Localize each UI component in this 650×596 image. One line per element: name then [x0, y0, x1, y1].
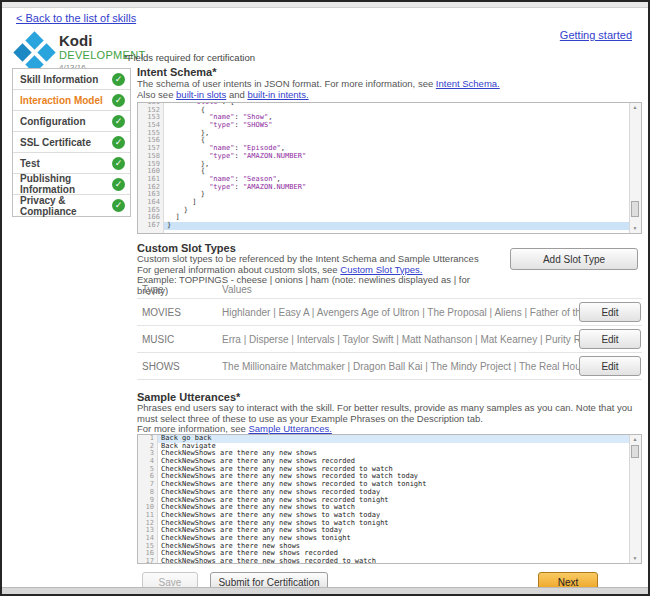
- code-line-166: ]: [167, 214, 629, 222]
- scroll-down-icon[interactable]: ▼: [630, 554, 640, 563]
- utterance-line-1: Back go back: [158, 435, 629, 443]
- check-icon: ✓: [112, 115, 125, 128]
- sidebar-item-label: Test: [20, 158, 112, 169]
- code-line-165: }: [167, 207, 629, 215]
- utterance-gutter: 1234567891011121314151617: [138, 435, 158, 563]
- built-in-intents-link[interactable]: built-in intents.: [247, 89, 308, 100]
- code-line-159: },: [167, 161, 629, 169]
- intent-schema-also-text: Also see: [137, 89, 176, 100]
- slot-type-row: SHOWSThe Millionaire Matchmaker | Dragon…: [137, 352, 642, 379]
- slot-type-values: The Millionaire Matchmaker | Dragon Ball…: [222, 361, 579, 372]
- slot-type-row: MOVIESHighlander | Easy A | Avengers Age…: [137, 298, 642, 325]
- intent-code-area[interactable]: "slots": [ { "name": "Show", "type": "SH…: [164, 103, 629, 233]
- scroll-up-icon[interactable]: ▲: [630, 103, 640, 112]
- slot-type-name: MUSIC: [137, 334, 222, 345]
- column-header-type: Type: [137, 284, 222, 298]
- cst-desc-line2: For general information about custom slo…: [137, 264, 340, 275]
- sidebar-item-label: Interaction Model: [20, 95, 112, 106]
- intent-schema-editor[interactable]: 1511521531541551561571581591601611621631…: [137, 102, 642, 234]
- intent-editor-scrollbar[interactable]: ▲ ▼: [629, 103, 641, 233]
- su-desc-line1: Phrases end users say to interact with t…: [137, 402, 632, 424]
- slot-type-name: MOVIES: [137, 307, 222, 318]
- sidebar-item-label: Configuration: [20, 116, 112, 127]
- cst-desc-line1: Custom slot types to be referenced by th…: [137, 253, 479, 264]
- edit-slot-button[interactable]: Edit: [579, 302, 641, 322]
- check-icon: ✓: [112, 199, 125, 212]
- code-line-162: "type": "AMAZON.NUMBER": [167, 184, 629, 192]
- built-in-slots-link[interactable]: built-in slots: [176, 89, 226, 100]
- slot-types-table: Type Values MOVIESHighlander | Easy A | …: [137, 284, 642, 380]
- skill-name: Kodi: [59, 32, 92, 49]
- sidebar-item-privacy-compliance[interactable]: Privacy & Compliance✓: [13, 195, 130, 216]
- check-icon: ✓: [112, 73, 125, 86]
- scroll-up-icon[interactable]: ▲: [630, 435, 640, 444]
- code-line-164: ]: [167, 199, 629, 207]
- bottom-strip: [2, 587, 648, 594]
- slot-type-values: Highlander | Easy A | Avengers Age of Ul…: [222, 307, 579, 318]
- column-header-values: Values: [222, 284, 579, 298]
- slot-table-body: MOVIESHighlander | Easy A | Avengers Age…: [137, 298, 642, 379]
- edit-slot-button[interactable]: Edit: [579, 329, 641, 349]
- su-desc-line2: For more information, see: [137, 423, 248, 434]
- sidebar-item-ssl-certificate[interactable]: SSL Certificate✓: [13, 132, 130, 153]
- sidebar: Skill Information✓Interaction Model✓Conf…: [12, 68, 131, 217]
- required-fields-note: *Fields required for certification: [124, 52, 255, 63]
- check-icon: ✓: [112, 157, 125, 170]
- intent-schema-and-text: and: [226, 89, 247, 100]
- sidebar-item-label: SSL Certificate: [20, 137, 112, 148]
- sample-utterances-doc-link[interactable]: Sample Utterances.: [248, 423, 331, 434]
- code-line-167: }: [164, 222, 629, 230]
- check-icon: ✓: [112, 94, 125, 107]
- slot-type-values: Erra | Disperse | Intervals | Taylor Swi…: [222, 334, 579, 345]
- intent-code-gutter-inner: 1511521531541551561571581591601611621631…: [140, 103, 160, 230]
- intent-code-inner: "slots": [ { "name": "Show", "type": "SH…: [167, 103, 629, 230]
- getting-started-link[interactable]: Getting started: [560, 29, 632, 41]
- intent-schema-description: The schema of user intents in JSON forma…: [137, 79, 642, 100]
- code-line-158: "type": "AMAZON.NUMBER": [167, 153, 629, 161]
- code-line-163: }: [167, 191, 629, 199]
- slot-type-row: MUSICErra | Disperse | Intervals | Taylo…: [137, 325, 642, 352]
- code-line-155: },: [167, 130, 629, 138]
- check-icon: ✓: [112, 136, 125, 149]
- edit-slot-button[interactable]: Edit: [579, 356, 641, 376]
- top-strip: [2, 2, 648, 8]
- check-icon: ✓: [112, 178, 125, 191]
- app-window: < Back to the list of skills Getting sta…: [0, 0, 650, 596]
- add-slot-type-button[interactable]: Add Slot Type: [510, 248, 638, 270]
- back-to-skills-link[interactable]: < Back to the list of skills: [16, 12, 136, 24]
- utterance-editor-scrollbar[interactable]: ▲ ▼: [629, 435, 641, 563]
- kodi-logo-icon: [15, 33, 55, 73]
- custom-slot-types-doc-link[interactable]: Custom Slot Types.: [340, 264, 422, 275]
- intent-schema-desc-text: The schema of user intents in JSON forma…: [137, 78, 436, 89]
- utterance-gutter-inner: 1234567891011121314151617: [140, 435, 154, 563]
- sidebar-item-configuration[interactable]: Configuration✓: [13, 111, 130, 132]
- scroll-down-icon[interactable]: ▼: [630, 224, 640, 233]
- sidebar-item-skill-information[interactable]: Skill Information✓: [13, 69, 130, 90]
- intent-schema-title: Intent Schema*: [137, 66, 216, 78]
- sidebar-item-publishing-information[interactable]: Publishing Information✓: [13, 174, 130, 195]
- code-line-154: "type": "SHOWS": [167, 122, 629, 130]
- sidebar-item-label: Skill Information: [20, 74, 112, 85]
- sidebar-item-label: Publishing Information: [20, 173, 112, 195]
- scrollbar-thumb[interactable]: [631, 201, 639, 217]
- sample-utterances-editor[interactable]: 1234567891011121314151617 Back go backBa…: [137, 434, 642, 564]
- intent-schema-doc-link[interactable]: Intent Schema.: [436, 78, 500, 89]
- intent-code-gutter: 1511521531541551561571581591601611621631…: [138, 103, 164, 233]
- scrollbar-thumb[interactable]: [631, 445, 639, 458]
- slot-table-header: Type Values: [137, 284, 642, 298]
- utterance-lines-inner: Back go backBack navigateCheckNewShows a…: [161, 435, 629, 563]
- utterance-line-17: CheckNewShows are there new shows record…: [161, 558, 629, 563]
- slot-type-name: SHOWS: [137, 361, 222, 372]
- sidebar-item-label: Privacy & Compliance: [20, 195, 112, 217]
- sample-utterances-description: Phrases end users say to interact with t…: [137, 403, 642, 435]
- utterance-area[interactable]: Back go backBack navigateCheckNewShows a…: [158, 435, 629, 563]
- sidebar-item-interaction-model[interactable]: Interaction Model✓: [13, 90, 130, 111]
- sidebar-item-test[interactable]: Test✓: [13, 153, 130, 174]
